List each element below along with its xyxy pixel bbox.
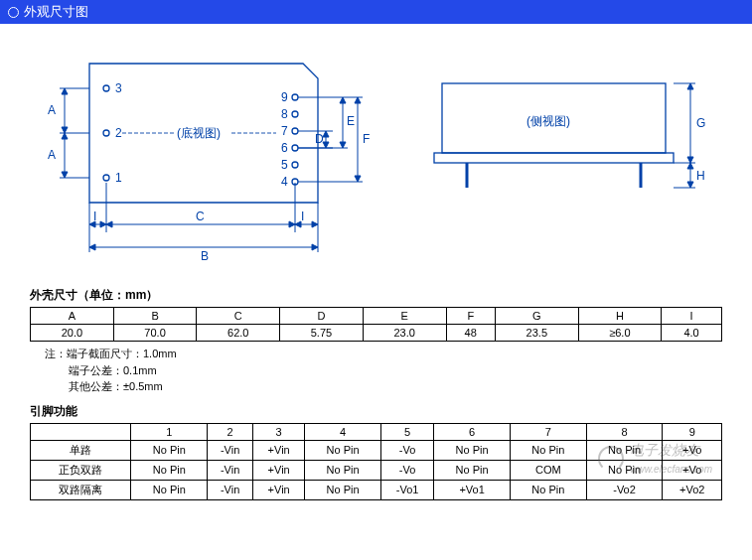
- pin-cell: No Pin: [305, 460, 381, 480]
- pin-col: 6: [434, 423, 511, 440]
- svg-point-1: [103, 130, 109, 136]
- pin-cell: -Vo: [380, 440, 433, 460]
- pin-cell: -Vin: [208, 480, 253, 499]
- pin-label: 6: [281, 141, 288, 155]
- pin-cell: +Vo1: [434, 480, 511, 499]
- dim-F: F: [363, 132, 370, 146]
- dim-val: 20.0: [31, 325, 114, 342]
- watermark: 电子发烧友 www.elecfans.com: [598, 442, 712, 476]
- dim-H: H: [696, 169, 705, 183]
- pin-cell: -Vo: [380, 460, 433, 480]
- svg-marker-57: [687, 83, 693, 89]
- svg-point-0: [103, 85, 109, 91]
- side-view-diagram: (侧视图) G H: [432, 54, 720, 222]
- pin-col: 7: [510, 423, 586, 440]
- dim-D: D: [315, 132, 324, 146]
- dim-col: E: [363, 308, 446, 325]
- pin-cell: +Vin: [253, 440, 305, 460]
- pin-label: 3: [115, 81, 122, 95]
- dim-col: H: [578, 308, 661, 325]
- dim-C: C: [196, 210, 205, 223]
- dim-col: D: [280, 308, 364, 325]
- svg-marker-48: [89, 244, 95, 250]
- dim-val: 23.5: [495, 325, 578, 342]
- dim-A2: A: [48, 148, 56, 162]
- pin-col: 4: [305, 423, 381, 440]
- dim-I2: I: [301, 210, 304, 223]
- dim-val: 70.0: [113, 325, 197, 342]
- headset-icon: [598, 446, 624, 472]
- pin-col: [31, 423, 131, 440]
- dim-val: 23.0: [363, 325, 446, 342]
- svg-marker-33: [355, 176, 361, 182]
- row-label: 双路隔离: [31, 480, 131, 499]
- pin-cell: No Pin: [434, 440, 511, 460]
- svg-marker-62: [687, 182, 693, 188]
- pin-label: 1: [115, 171, 122, 185]
- dim-col: F: [446, 308, 495, 325]
- header-bullet-icon: [8, 7, 19, 18]
- pin-col: 5: [380, 423, 433, 440]
- svg-marker-19: [62, 172, 68, 178]
- svg-marker-18: [62, 133, 68, 139]
- dimensions-table: A B C D E F G H I 20.0 70.0 62.0 5.75 23…: [30, 307, 722, 342]
- dim-I1: I: [93, 210, 96, 223]
- dim-G: G: [696, 116, 705, 130]
- pin-cell: -Vo1: [380, 480, 433, 499]
- row-label: 单路: [31, 440, 131, 460]
- bottom-view-diagram: 3 2 1 9 8 7 6 5 4 (底视图) A A: [30, 54, 373, 267]
- svg-marker-61: [687, 163, 693, 169]
- watermark-url: www.elecfans.com: [630, 464, 712, 475]
- pin-cell: +Vin: [253, 480, 305, 499]
- pin-label: 9: [281, 90, 288, 104]
- pin-col: 1: [131, 423, 208, 440]
- svg-marker-28: [340, 97, 346, 103]
- pin-cell: -Vo2: [586, 480, 663, 499]
- pin-cell: +Vo2: [663, 480, 722, 499]
- dim-col: I: [662, 308, 722, 325]
- pin-col: 9: [663, 423, 722, 440]
- row-label: 正负双路: [31, 460, 131, 480]
- svg-marker-32: [355, 97, 361, 103]
- dim-val: 5.75: [280, 325, 364, 342]
- pin-cell: No Pin: [131, 440, 208, 460]
- pin-cell: -Vin: [208, 460, 253, 480]
- note-line: 注：端子截面尺寸：1.0mm: [45, 346, 722, 362]
- dim-col: C: [197, 308, 280, 325]
- pin-cell: No Pin: [131, 460, 208, 480]
- pin-cell: No Pin: [510, 480, 586, 499]
- note-line: 其他公差：±0.5mm: [69, 378, 722, 395]
- dim-A1: A: [48, 103, 56, 117]
- svg-rect-51: [434, 153, 674, 163]
- table-row: A B C D E F G H I: [31, 308, 722, 325]
- pin-label: 2: [115, 126, 122, 140]
- pin-cell: No Pin: [305, 480, 381, 499]
- dim-col: B: [113, 308, 197, 325]
- pin-col: 3: [253, 423, 305, 440]
- svg-marker-25: [323, 131, 329, 137]
- pin-cell: +Vin: [253, 460, 305, 480]
- svg-marker-29: [340, 142, 346, 148]
- dimensions-title: 外壳尺寸（单位：mm）: [30, 287, 722, 304]
- pin-col: 8: [586, 423, 663, 440]
- svg-point-5: [292, 128, 298, 134]
- dim-E: E: [347, 114, 355, 128]
- pin-label: 4: [281, 175, 288, 189]
- header-title: 外观尺寸图: [24, 3, 88, 21]
- note-line: 端子公差：0.1mm: [69, 362, 722, 379]
- pin-col: 2: [208, 423, 253, 440]
- section-header: 外观尺寸图: [0, 0, 752, 24]
- pin-label: 5: [281, 158, 288, 172]
- svg-marker-16: [62, 88, 68, 94]
- svg-point-3: [292, 94, 298, 100]
- dim-col: G: [495, 308, 578, 325]
- side-view-label: (侧视图): [526, 114, 570, 128]
- svg-point-2: [103, 175, 109, 181]
- table-row: 双路隔离 No Pin -Vin +Vin No Pin -Vo1 +Vo1 N…: [31, 480, 722, 499]
- dim-val: ≥6.0: [578, 325, 661, 342]
- dim-B: B: [201, 249, 209, 263]
- pin-label: 7: [281, 124, 288, 138]
- pin-cell: No Pin: [510, 440, 586, 460]
- pin-cell: COM: [510, 460, 586, 480]
- svg-marker-26: [323, 142, 329, 148]
